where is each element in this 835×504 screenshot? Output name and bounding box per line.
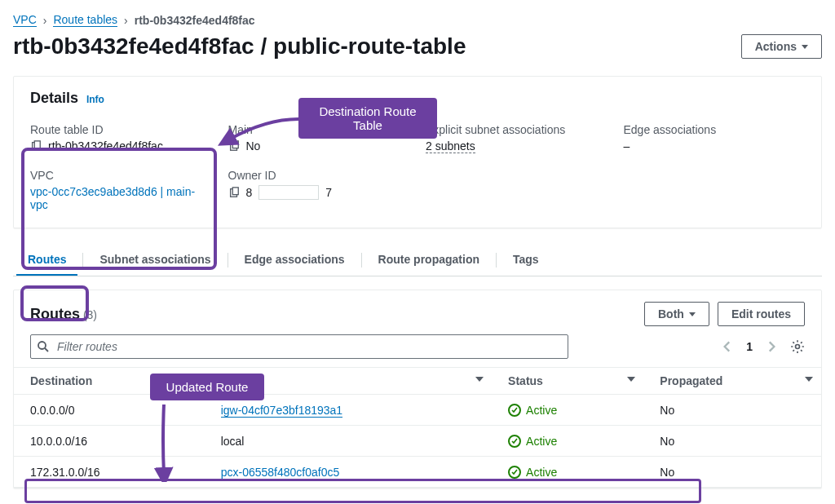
svg-line-7 [45, 348, 48, 351]
routes-panel: Routes (3) Both Edit routes 1 [13, 290, 822, 489]
page-number: 1 [746, 340, 753, 353]
cell-propagated: No [643, 426, 821, 457]
next-page-icon[interactable] [764, 339, 779, 354]
vpc-link[interactable]: vpc-0cc7c3ec9abe3d8d6 | main-vpc [30, 185, 212, 211]
table-row: 10.0.0.0/16localActiveNo [14, 426, 821, 457]
prev-page-icon[interactable] [720, 339, 735, 354]
copy-icon[interactable] [228, 187, 240, 198]
target-link[interactable]: igw-04cf07e3bf18193a1 [221, 404, 342, 418]
breadcrumb: VPC › Route tables › rtb-0b3432fe4ed4f8f… [13, 13, 822, 27]
status-active-icon [508, 404, 521, 417]
breadcrumb-vpc[interactable]: VPC [13, 13, 37, 27]
svg-point-6 [38, 342, 46, 349]
actions-button[interactable]: Actions [741, 34, 822, 59]
page-title: rtb-0b3432fe4ed4f8fac / public-route-tab… [13, 33, 466, 60]
both-label: Both [658, 307, 684, 321]
status-active-icon [508, 466, 521, 479]
details-title: Details [30, 90, 78, 106]
routes-title: Routes [30, 306, 80, 322]
caret-down-icon [689, 312, 696, 316]
cell-target: igw-04cf07e3bf18193a1 [205, 395, 492, 426]
svg-marker-11 [627, 377, 635, 382]
both-button[interactable]: Both [644, 302, 709, 326]
cell-propagated: No [643, 395, 821, 426]
breadcrumb-current: rtb-0b3432fe4ed4f8fac [135, 14, 255, 27]
sort-icon [627, 377, 635, 385]
svg-marker-10 [475, 377, 484, 382]
info-link[interactable]: Info [86, 94, 104, 105]
tab-separator [82, 253, 83, 267]
owner-id-prefix: 8 [246, 186, 253, 199]
col-target[interactable]: Target [205, 368, 492, 395]
routes-count: (3) [83, 308, 97, 321]
explicit-subnets-link[interactable]: 2 subnets [426, 139, 475, 153]
tab-routes[interactable]: Routes [16, 245, 77, 276]
owner-id-redacted [258, 185, 319, 200]
explicit-label: Explicit subnet associations [426, 123, 607, 136]
search-icon [37, 340, 50, 353]
tab-separator [228, 253, 228, 267]
vpc-label: VPC [30, 169, 212, 182]
cell-destination: 172.31.0.0/16 [14, 457, 205, 488]
filter-routes-input[interactable] [30, 334, 568, 359]
breadcrumb-route-tables[interactable]: Route tables [53, 13, 117, 27]
route-table-id-label: Route table ID [30, 123, 212, 136]
chevron-right-icon: › [43, 14, 47, 27]
svg-point-8 [796, 345, 800, 349]
cell-status: Active [492, 395, 643, 426]
chevron-right-icon: › [124, 14, 128, 27]
tab-edge-associations[interactable]: Edge associations [233, 245, 356, 276]
edge-label: Edge associations [624, 123, 806, 136]
tab-tags[interactable]: Tags [501, 245, 550, 276]
sort-icon [188, 377, 197, 385]
svg-marker-12 [805, 377, 813, 382]
svg-rect-5 [232, 188, 238, 195]
svg-rect-1 [34, 141, 40, 148]
col-destination[interactable]: Destination [14, 368, 205, 395]
col-status[interactable]: Status [492, 368, 643, 395]
edit-routes-button[interactable]: Edit routes [718, 302, 805, 326]
cell-status: Active [492, 457, 643, 488]
table-row: 172.31.0.0/16pcx-06558f480cf0af0c5Active… [14, 457, 821, 488]
actions-label: Actions [755, 40, 797, 53]
sort-icon [475, 377, 484, 385]
caret-down-icon [802, 45, 808, 49]
tab-subnet-associations[interactable]: Subnet associations [88, 245, 222, 276]
details-panel: Details Info Route table ID rtb-0b3432fe… [13, 76, 822, 228]
cell-propagated: No [643, 457, 821, 488]
target-link[interactable]: pcx-06558f480cf0af0c5 [221, 466, 340, 480]
tab-separator [361, 253, 362, 267]
cell-target: local [205, 426, 492, 457]
copy-icon[interactable] [228, 140, 240, 152]
routes-table: Destination Target Status Propagated 0.0… [14, 367, 821, 488]
route-table-id-value: rtb-0b3432fe4ed4f8fac [48, 139, 163, 153]
settings-icon[interactable] [790, 339, 805, 354]
tab-route-propagation[interactable]: Route propagation [367, 245, 491, 276]
tab-separator [496, 253, 497, 267]
main-value: No [246, 139, 261, 153]
cell-destination: 10.0.0.0/16 [14, 426, 205, 457]
sort-icon [805, 377, 813, 385]
cell-destination: 0.0.0.0/0 [14, 395, 205, 426]
tabs: Routes Subnet associations Edge associat… [13, 245, 822, 276]
svg-rect-3 [232, 141, 238, 148]
cell-status: Active [492, 426, 643, 457]
edge-value: – [624, 139, 806, 153]
main-label: Main [228, 123, 410, 136]
owner-id-label: Owner ID [228, 169, 410, 182]
col-propagated[interactable]: Propagated [643, 368, 821, 395]
svg-marker-9 [188, 377, 197, 382]
status-active-icon [508, 435, 521, 448]
cell-target: pcx-06558f480cf0af0c5 [205, 457, 492, 488]
copy-icon[interactable] [30, 140, 42, 152]
owner-id-suffix: 7 [325, 186, 332, 199]
table-row: 0.0.0.0/0igw-04cf07e3bf18193a1ActiveNo [14, 395, 821, 426]
